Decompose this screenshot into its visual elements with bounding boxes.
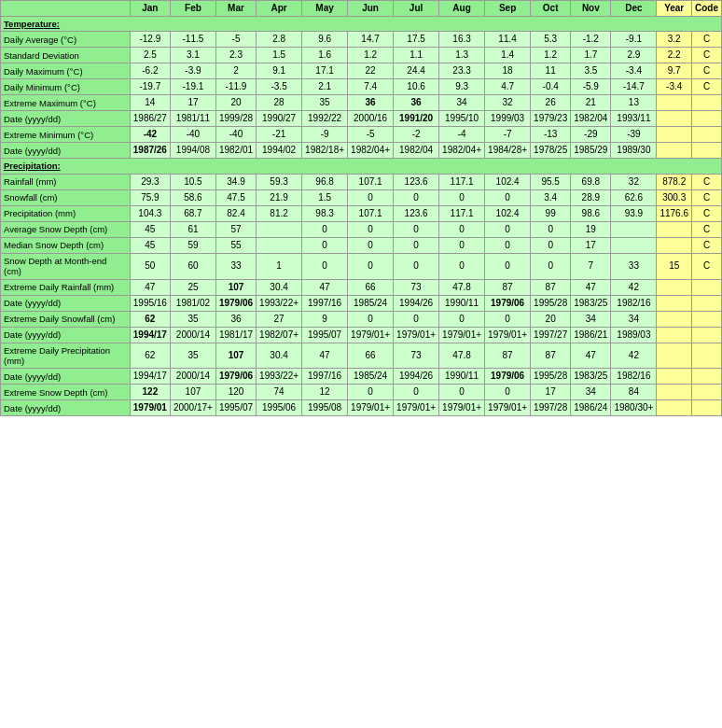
- cell-value: 117.1: [439, 174, 485, 189]
- cell-value: [692, 279, 722, 295]
- cell-value: 1: [257, 253, 302, 279]
- cell-value: 30.4: [257, 279, 302, 295]
- cell-value: 2.9: [611, 48, 657, 63]
- row-label: Daily Minimum (°C): [1, 79, 131, 95]
- cell-value: 1995/07: [302, 327, 348, 343]
- cell-value: 3.1: [170, 48, 215, 63]
- cell-value: 123.6: [394, 174, 439, 189]
- cell-value: 0: [439, 189, 485, 205]
- col-header-code: Code: [692, 1, 722, 17]
- cell-value: 36: [394, 95, 439, 111]
- cell-value: 81.2: [257, 205, 302, 221]
- cell-value: C: [692, 63, 722, 79]
- cell-value: 0: [302, 221, 348, 237]
- cell-value: 1979/01+: [439, 400, 485, 416]
- cell-value: 7: [571, 253, 611, 279]
- cell-value: 1.1: [394, 48, 439, 63]
- cell-value: 1993/22+: [257, 369, 302, 385]
- cell-value: 75.9: [130, 189, 170, 205]
- cell-value: 47: [302, 279, 348, 295]
- table-row: Daily Maximum (°C)-6.2-3.929.117.12224.4…: [1, 63, 722, 79]
- column-label-header: [1, 1, 131, 17]
- cell-value: 36: [348, 95, 394, 111]
- cell-value: 66: [348, 279, 394, 295]
- cell-value: 50: [130, 253, 170, 279]
- cell-value: 33: [611, 253, 657, 279]
- row-label: Average Snow Depth (cm): [1, 221, 131, 237]
- col-header-feb: Feb: [170, 1, 215, 17]
- cell-value: 1982/04: [394, 143, 439, 159]
- cell-value: [611, 221, 657, 237]
- cell-value: 47.8: [439, 279, 485, 295]
- cell-value: 59: [170, 237, 215, 253]
- cell-value: -5: [215, 32, 256, 48]
- cell-value: 0: [394, 385, 439, 400]
- cell-value: 24.4: [394, 63, 439, 79]
- cell-value: 28.9: [571, 189, 611, 205]
- cell-value: 1979/23: [531, 111, 571, 127]
- table-row: Date (yyyy/dd)1986/271981/111999/281990/…: [1, 111, 722, 127]
- cell-value: 47.5: [215, 189, 256, 205]
- cell-value: 15: [657, 253, 692, 279]
- cell-value: 82.4: [215, 205, 256, 221]
- cell-value: C: [692, 237, 722, 253]
- cell-value: 16.3: [439, 32, 485, 48]
- cell-value: 55: [215, 237, 256, 253]
- cell-value: [692, 385, 722, 400]
- cell-value: 1990/11: [439, 369, 485, 385]
- cell-value: 0: [348, 311, 394, 327]
- cell-value: 42: [611, 343, 657, 369]
- cell-value: 1980/30+: [611, 400, 657, 416]
- cell-value: 1986/27: [130, 111, 170, 127]
- table-row: Average Snow Depth (cm)45615700000019C: [1, 221, 722, 237]
- cell-value: 10.5: [170, 174, 215, 189]
- cell-value: -3.5: [257, 79, 302, 95]
- cell-value: 1993/22+: [257, 295, 302, 311]
- cell-value: 1.2: [531, 48, 571, 63]
- col-header-apr: Apr: [257, 1, 302, 17]
- cell-value: 1997/16: [302, 295, 348, 311]
- cell-value: 34: [611, 311, 657, 327]
- cell-value: 1.6: [302, 48, 348, 63]
- cell-value: [692, 143, 722, 159]
- cell-value: 1982/04+: [439, 143, 485, 159]
- cell-value: 47: [571, 343, 611, 369]
- row-label: Median Snow Depth (cm): [1, 237, 131, 253]
- cell-value: 87: [485, 343, 531, 369]
- cell-value: 18: [485, 63, 531, 79]
- row-label: Extreme Snow Depth (cm): [1, 385, 131, 400]
- row-label: Precipitation (mm): [1, 205, 131, 221]
- table-row: Rainfall (mm)29.310.534.959.396.8107.112…: [1, 174, 722, 189]
- cell-value: 0: [485, 385, 531, 400]
- cell-value: 0: [394, 237, 439, 253]
- cell-value: -7: [485, 127, 531, 143]
- cell-value: [692, 400, 722, 416]
- cell-value: 58.6: [170, 189, 215, 205]
- header-row: JanFebMarAprMayJunJulAugSepOctNovDecYear…: [1, 1, 722, 17]
- cell-value: -19.7: [130, 79, 170, 95]
- cell-value: 1985/24: [348, 295, 394, 311]
- cell-value: 878.2: [657, 174, 692, 189]
- cell-value: C: [692, 79, 722, 95]
- cell-value: [657, 385, 692, 400]
- cell-value: -3.9: [170, 63, 215, 79]
- cell-value: 1.5: [257, 48, 302, 63]
- cell-value: 1981/17: [215, 327, 256, 343]
- cell-value: 1982/07+: [257, 327, 302, 343]
- cell-value: [692, 343, 722, 369]
- cell-value: 84: [611, 385, 657, 400]
- cell-value: C: [692, 253, 722, 279]
- cell-value: -9.1: [611, 32, 657, 48]
- cell-value: 17: [531, 385, 571, 400]
- cell-value: 21: [571, 95, 611, 111]
- section-title: Temperature:: [1, 17, 722, 32]
- cell-value: [692, 295, 722, 311]
- col-header-jul: Jul: [394, 1, 439, 17]
- cell-value: C: [692, 174, 722, 189]
- cell-value: 102.4: [485, 174, 531, 189]
- cell-value: 87: [531, 343, 571, 369]
- cell-value: 0: [394, 189, 439, 205]
- row-label: Extreme Daily Snowfall (cm): [1, 311, 131, 327]
- cell-value: 300.3: [657, 189, 692, 205]
- col-header-aug: Aug: [439, 1, 485, 17]
